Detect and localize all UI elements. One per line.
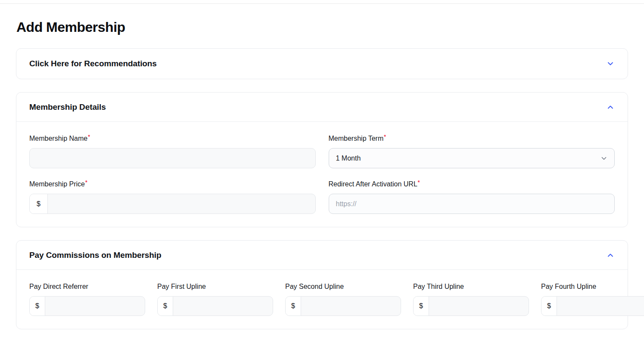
pay-commissions-panel: Pay Commissions on Membership Pay Direct… [16,240,628,329]
redirect-url-field-group: Redirect After Activation URL* [329,180,615,214]
top-divider [0,3,644,4]
membership-name-field-group: Membership Name* [29,135,316,168]
dollar-prefix: $ [286,297,301,316]
required-asterisk: * [85,180,87,186]
membership-details-panel: Membership Details Membership Name* Memb… [16,92,628,227]
pay-third-upline-field-group: Pay Third Upline $ [413,283,529,316]
redirect-url-input[interactable] [329,194,615,214]
membership-term-label: Membership Term* [329,135,615,142]
required-asterisk: * [88,134,90,140]
membership-details-title: Membership Details [29,102,106,112]
pay-first-upline-field-group: Pay First Upline $ [157,283,273,316]
membership-price-input[interactable] [48,194,315,214]
dollar-prefix: $ [30,194,48,214]
pay-third-upline-input-group: $ [413,296,529,316]
pay-fourth-upline-field-group: Pay Fourth Upline $ [541,283,644,316]
pay-direct-referrer-label: Pay Direct Referrer [29,283,145,291]
chevron-up-icon[interactable] [606,103,615,111]
recommendations-title: Click Here for Recommendations [29,59,157,68]
required-asterisk: * [384,134,386,140]
membership-price-input-group: $ [29,194,316,214]
pay-first-upline-label: Pay First Upline [157,283,273,291]
pay-fourth-upline-input[interactable] [557,297,644,316]
required-asterisk: * [418,180,420,186]
pay-direct-referrer-input-group: $ [29,296,145,316]
membership-price-field-group: Membership Price* $ [29,180,316,214]
add-membership-page: Add Membership Click Here for Recommenda… [0,19,644,329]
pay-direct-referrer-input[interactable] [45,297,145,316]
pay-direct-referrer-field-group: Pay Direct Referrer $ [29,283,145,316]
chevron-up-icon[interactable] [606,251,615,260]
pay-first-upline-input[interactable] [173,297,273,316]
dollar-prefix: $ [414,297,429,316]
pay-second-upline-field-group: Pay Second Upline $ [285,283,401,316]
membership-name-label: Membership Name* [29,135,316,142]
membership-details-accordion-header[interactable]: Membership Details [16,93,628,122]
recommendations-panel: Click Here for Recommendations [16,48,628,79]
dollar-prefix: $ [30,297,45,316]
pay-second-upline-input[interactable] [301,297,401,316]
recommendations-accordion-header[interactable]: Click Here for Recommendations [16,49,628,79]
pay-third-upline-input[interactable] [429,297,529,316]
dollar-prefix: $ [541,297,557,316]
dollar-prefix: $ [158,297,173,316]
pay-second-upline-input-group: $ [285,296,401,316]
pay-commissions-body: Pay Direct Referrer $ Pay First Upline $… [16,270,628,329]
chevron-down-icon[interactable] [606,59,615,68]
pay-commissions-title: Pay Commissions on Membership [29,251,161,260]
membership-details-body: Membership Name* Membership Term* 1 Mont… [16,122,628,227]
pay-commissions-accordion-header[interactable]: Pay Commissions on Membership [16,241,628,270]
membership-term-field-group: Membership Term* 1 Month [329,135,615,168]
page-title: Add Membership [16,19,628,35]
pay-fourth-upline-label: Pay Fourth Upline [541,283,644,291]
pay-second-upline-label: Pay Second Upline [285,283,401,291]
pay-fourth-upline-input-group: $ [541,296,644,316]
pay-third-upline-label: Pay Third Upline [413,283,529,291]
membership-price-label: Membership Price* [29,180,316,188]
membership-term-select[interactable]: 1 Month [329,148,615,168]
membership-name-input[interactable] [29,148,316,168]
redirect-url-label: Redirect After Activation URL* [329,180,615,188]
pay-first-upline-input-group: $ [157,296,273,316]
